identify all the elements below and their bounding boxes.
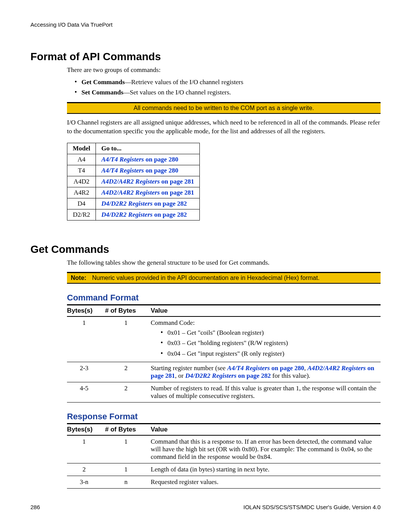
link-page[interactable]: on page 280 bbox=[144, 167, 178, 174]
col-model: Model bbox=[67, 143, 96, 154]
command-group-list: Get Commands—Retrieve values of the I/O … bbox=[67, 77, 381, 97]
table-row: 4-5 2 Number of registers to read. If th… bbox=[67, 382, 381, 402]
table-row: D2/R2 D4/D2R2 Registers on page 282 bbox=[67, 209, 200, 220]
link-page[interactable]: on page 282 bbox=[236, 372, 271, 379]
heading-command-format: Command Format bbox=[67, 293, 381, 303]
table-row: T4 A4/T4 Registers on page 280 bbox=[67, 165, 200, 176]
link-page[interactable]: on page 280 bbox=[144, 156, 178, 163]
table-row: 3-n n Requested register values. bbox=[67, 476, 381, 488]
col-value: Value bbox=[151, 305, 381, 317]
running-head: Accessing I/O Data Via TruePort bbox=[30, 21, 381, 28]
paragraph: I/O Channel registers are all assigned u… bbox=[67, 118, 381, 136]
intro-text: The following tables show the general st… bbox=[67, 259, 381, 267]
note-box: All commands need to be written to the C… bbox=[67, 102, 381, 114]
response-format-table: Bytes(s) # of Bytes Value 1 1 Command th… bbox=[67, 423, 381, 489]
note-box: Note: Numeric values provided in the API… bbox=[67, 272, 381, 284]
section1-body: There are two groups of commands: Get Co… bbox=[67, 66, 381, 220]
link[interactable]: A4/T4 Registers bbox=[227, 364, 270, 372]
table-row: A4D2 A4D2/A4R2 Registers on page 281 bbox=[67, 176, 200, 187]
list-item: Set Commands—Set values on the I/O chann… bbox=[75, 87, 381, 97]
link[interactable]: D4/D2R2 Registers bbox=[185, 372, 237, 379]
heading-get-commands: Get Commands bbox=[30, 243, 381, 256]
page: Accessing I/O Data Via TruePort Format o… bbox=[0, 0, 411, 526]
intro-text: There are two groups of commands: bbox=[67, 66, 381, 75]
note-text: All commands need to be written to the C… bbox=[134, 105, 314, 112]
col-bytes: Bytes(s) bbox=[67, 305, 105, 317]
model-goto-table: Model Go to... A4 A4/T4 Registers on pag… bbox=[67, 143, 200, 220]
section2-body: The following tables show the general st… bbox=[67, 259, 381, 489]
link[interactable]: D4/D2R2 Registers bbox=[101, 200, 153, 207]
list-item: 0x01 – Get "coils" (Boolean register) bbox=[161, 328, 377, 338]
table-row: 1 1 Command Code: 0x01 – Get "coils" (Bo… bbox=[67, 316, 381, 362]
link[interactable]: A4D2/A4R2 Registers bbox=[101, 178, 160, 185]
table-row: A4 A4/T4 Registers on page 280 bbox=[67, 154, 200, 165]
col-goto: Go to... bbox=[96, 143, 200, 154]
link[interactable]: A4/T4 Registers bbox=[101, 156, 144, 163]
link[interactable]: A4/T4 Registers bbox=[101, 167, 144, 174]
note-label: Note: bbox=[71, 275, 92, 281]
col-bytes: Bytes(s) bbox=[67, 423, 105, 435]
link-page[interactable]: on page 280 bbox=[270, 364, 304, 372]
table-row: D4 D4/D2R2 Registers on page 282 bbox=[67, 198, 200, 209]
page-footer: 286 IOLAN SDS/SCS/STS/MDC User's Guide, … bbox=[30, 504, 381, 510]
link-page[interactable]: on page 282 bbox=[153, 200, 187, 207]
page-number: 286 bbox=[30, 504, 40, 510]
note-text: Numeric values provided in the API docum… bbox=[92, 275, 320, 281]
link-page[interactable]: on page 281 bbox=[160, 189, 194, 196]
table-row: 1 1 Command that this is a response to. … bbox=[67, 435, 381, 463]
col-num-bytes: # of Bytes bbox=[105, 305, 151, 317]
heading-format-api-commands: Format of API Commands bbox=[30, 51, 381, 63]
link[interactable]: A4D2/A4R2 Registers bbox=[307, 364, 366, 372]
link[interactable]: A4D2/A4R2 Registers bbox=[101, 189, 160, 196]
col-num-bytes: # of Bytes bbox=[105, 423, 151, 435]
link-page[interactable]: on page 281 bbox=[160, 178, 194, 185]
link-page[interactable]: on page 282 bbox=[153, 211, 187, 218]
table-row: A4R2 A4D2/A4R2 Registers on page 281 bbox=[67, 187, 200, 198]
link[interactable]: D4/D2R2 Registers bbox=[101, 211, 153, 218]
table-row: 2 1 Length of data (in bytes) starting i… bbox=[67, 463, 381, 476]
list-item: 0x03 – Get "holding registers" (R/W regi… bbox=[161, 338, 377, 348]
heading-response-format: Response Format bbox=[67, 412, 381, 422]
col-value: Value bbox=[151, 423, 381, 435]
command-format-table: Bytes(s) # of Bytes Value 1 1 Command Co… bbox=[67, 304, 381, 403]
list-item: Get Commands—Retrieve values of the I/O … bbox=[75, 77, 381, 87]
table-row: 2-3 2 Starting register number (see A4/T… bbox=[67, 362, 381, 382]
guide-title: IOLAN SDS/SCS/STS/MDC User's Guide, Vers… bbox=[244, 504, 381, 510]
list-item: 0x04 – Get "input registers" (R only reg… bbox=[161, 348, 377, 359]
